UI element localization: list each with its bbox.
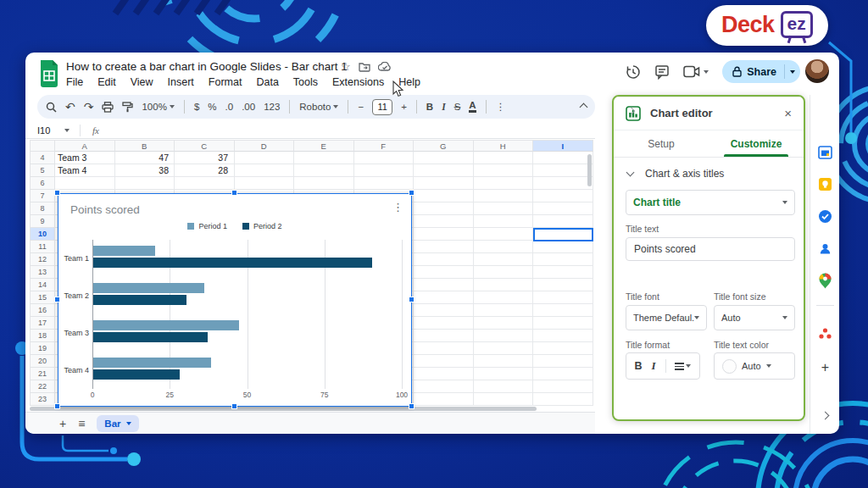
chart-selection-handle[interactable] (54, 190, 60, 196)
row-header-9[interactable]: 9 (30, 215, 55, 228)
menu-format[interactable]: Format (209, 76, 242, 88)
column-header-B[interactable]: B (115, 140, 175, 152)
cell[interactable]: 38 (116, 164, 172, 177)
chart-menu-icon[interactable]: ⋮ (392, 201, 404, 214)
more-toolbar-button[interactable]: ⋮ (496, 101, 506, 113)
zoom-select[interactable]: 100% (142, 102, 174, 112)
column-header-D[interactable]: D (235, 140, 295, 152)
menu-insert[interactable]: Insert (168, 76, 194, 88)
section-chart-axis-titles[interactable]: Chart & axis titles (614, 163, 804, 185)
cell[interactable]: Team 3 (58, 152, 112, 164)
menu-view[interactable]: View (131, 76, 153, 88)
row-header-11[interactable]: 11 (30, 241, 55, 253)
calendar-icon[interactable] (817, 144, 833, 160)
increase-decimals-button[interactable]: .00 (242, 102, 255, 112)
bar-team-2-period-1[interactable] (93, 283, 204, 293)
title-font-size-dropdown[interactable]: Auto (714, 305, 795, 330)
vertical-scrollbar[interactable] (587, 154, 592, 186)
row-header-4[interactable]: 4 (30, 152, 55, 164)
move-folder-icon[interactable] (359, 62, 370, 72)
increase-font-size-button[interactable]: + (401, 102, 407, 112)
title-text-color-control[interactable]: Auto (714, 352, 795, 380)
select-all-corner[interactable] (30, 140, 55, 152)
format-percent-button[interactable]: % (208, 102, 216, 112)
chart-selection-handle[interactable] (54, 403, 60, 409)
row-header-16[interactable]: 16 (30, 304, 55, 317)
redo-icon[interactable]: ↷ (84, 100, 94, 114)
add-sheet-button[interactable]: + (59, 417, 66, 430)
share-button[interactable]: Share (722, 60, 800, 83)
cloud-status-icon[interactable] (378, 62, 392, 72)
format-currency-button[interactable]: $ (194, 102, 199, 112)
menu-tools[interactable]: Tools (293, 76, 318, 88)
column-header-E[interactable]: E (294, 140, 354, 152)
column-header-C[interactable]: C (175, 140, 235, 152)
row-header-19[interactable]: 19 (30, 342, 55, 355)
column-header-H[interactable]: H (474, 140, 534, 152)
strikethrough-button[interactable]: S (454, 102, 461, 112)
share-dropdown-caret[interactable] (790, 70, 795, 74)
bar-team-4-period-1[interactable] (93, 358, 211, 368)
bar-team-4-period-2[interactable] (93, 369, 180, 380)
contacts-icon[interactable] (817, 241, 833, 257)
row-header-23[interactable]: 23 (30, 393, 55, 406)
paint-format-icon[interactable] (122, 102, 133, 113)
decrease-font-size-button[interactable]: − (358, 102, 364, 112)
title-align-button[interactable] (675, 363, 691, 370)
keep-icon[interactable] (817, 176, 833, 192)
undo-icon[interactable]: ↶ (65, 100, 75, 114)
menu-file[interactable]: File (66, 76, 83, 88)
menu-edit[interactable]: Edit (97, 76, 116, 88)
sheet-tab-caret[interactable] (126, 422, 131, 425)
collapse-toolbar-icon[interactable] (580, 103, 588, 111)
row-header-22[interactable]: 22 (30, 380, 55, 393)
italic-button[interactable]: I (442, 102, 445, 112)
meet-button[interactable] (683, 65, 709, 78)
comment-icon[interactable] (654, 64, 670, 80)
menu-data[interactable]: Data (256, 76, 278, 88)
all-sheets-icon[interactable]: ≡ (78, 417, 85, 430)
title-italic-button[interactable]: I (651, 359, 655, 373)
selected-cell-I10[interactable] (533, 228, 593, 241)
chart-selection-handle[interactable] (231, 403, 237, 409)
row-header-14[interactable]: 14 (30, 279, 55, 291)
chart-selection-handle[interactable] (409, 190, 415, 196)
row-header-12[interactable]: 12 (30, 253, 55, 266)
row-header-10[interactable]: 10 (30, 228, 55, 241)
tasks-icon[interactable] (817, 208, 833, 225)
bar-team-2-period-2[interactable] (93, 295, 186, 305)
chart-selection-handle[interactable] (409, 403, 415, 409)
cell-reference-box[interactable]: I10 (25, 125, 64, 136)
more-formats-button[interactable]: 123 (264, 102, 280, 112)
maps-icon[interactable] (817, 273, 833, 289)
get-addons-icon[interactable]: + (817, 359, 833, 375)
row-header-21[interactable]: 21 (30, 368, 55, 380)
tab-setup[interactable]: Setup (614, 130, 709, 157)
document-title[interactable]: How to create a bar chart in Google Slid… (66, 60, 348, 73)
close-icon[interactable]: × (784, 106, 792, 120)
row-header-18[interactable]: 18 (30, 330, 55, 342)
cell[interactable]: 37 (175, 152, 231, 164)
version-history-icon[interactable] (626, 64, 641, 80)
bar-team-1-period-2[interactable] (93, 258, 372, 268)
title-bold-button[interactable]: B (634, 360, 642, 372)
embedded-chart[interactable]: Points scored ⋮ Period 1Period 2 0255075… (58, 193, 412, 407)
row-header-13[interactable]: 13 (30, 266, 55, 279)
row-header-7[interactable]: 7 (30, 190, 55, 202)
row-header-5[interactable]: 5 (30, 164, 55, 177)
account-avatar[interactable] (805, 59, 829, 83)
column-header-G[interactable]: G (414, 140, 474, 152)
decrease-decimals-button[interactable]: .0 (225, 102, 234, 112)
name-box-caret[interactable] (64, 129, 70, 132)
fx-icon[interactable]: fx (92, 125, 99, 136)
bar-team-3-period-1[interactable] (93, 320, 239, 330)
row-header-17[interactable]: 17 (30, 317, 55, 330)
sheet-tab-bar[interactable]: Bar (97, 415, 138, 432)
chart-title-dropdown[interactable]: Chart title (626, 190, 795, 215)
title-font-dropdown[interactable]: Theme Defaul... (626, 305, 707, 330)
chart-selection-handle[interactable] (409, 297, 415, 302)
title-text-input[interactable] (626, 237, 795, 261)
cell[interactable]: 28 (175, 164, 231, 177)
row-header-6[interactable]: 6 (30, 177, 55, 190)
bar-team-1-period-1[interactable] (93, 246, 155, 256)
